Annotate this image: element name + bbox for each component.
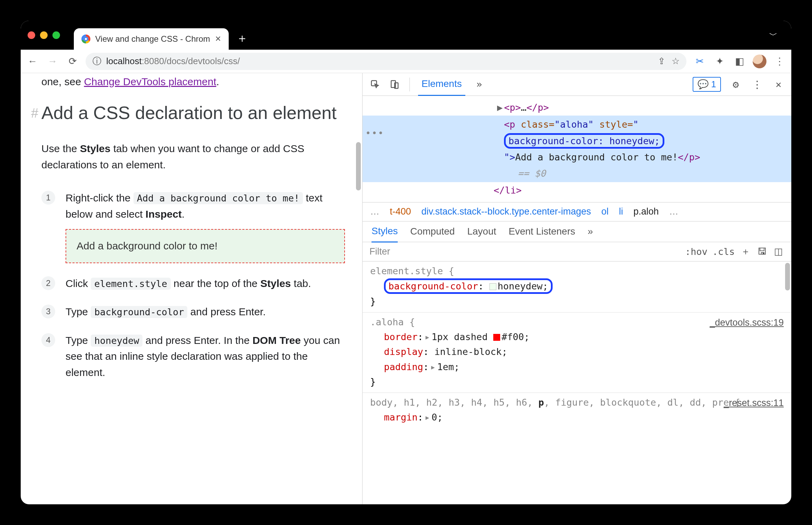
reload-button[interactable]: ⟳: [66, 55, 79, 68]
devtools-toolbar: Elements » 💬1 ⚙ ⋮ ✕: [363, 73, 791, 96]
svg-rect-0: [372, 80, 377, 86]
site-info-icon[interactable]: ⓘ: [92, 55, 101, 67]
browser-toolbar: ← → ⟳ ⓘ localhost:8080/docs/devtools/css…: [21, 50, 791, 73]
step-item: 4 Type honeydew and press Enter. In the …: [41, 333, 345, 381]
devtools-panel: Elements » 💬1 ⚙ ⋮ ✕ ••• ▶<p>…</p> <p cla…: [362, 73, 791, 504]
step-number: 1: [41, 191, 55, 205]
chrome-favicon-icon: [81, 34, 90, 43]
traffic-lights: [28, 31, 60, 39]
expand-triangle-icon[interactable]: ▶: [497, 102, 503, 113]
extensions-icon[interactable]: ✦: [713, 55, 726, 68]
minimize-window-button[interactable]: [40, 31, 48, 39]
inspect-element-icon[interactable]: [369, 78, 382, 91]
source-link[interactable]: _reset.scss:11: [724, 396, 784, 410]
code-inline: element.style: [91, 278, 170, 290]
steps-list: 1 Right-click the Add a background color…: [41, 190, 345, 380]
address-bar[interactable]: ⓘ localhost:8080/docs/devtools/css/ ⇪ ☆: [86, 53, 686, 70]
url-port: :8080: [142, 56, 164, 66]
styles-tab-bar: Styles Computed Layout Event Listeners »: [363, 221, 791, 242]
kebab-menu-icon[interactable]: ⋮: [751, 78, 764, 91]
layout-tab[interactable]: Layout: [467, 226, 496, 237]
rule-reset[interactable]: _reset.scss:11 body, h1, h2, h3, h4, h5,…: [363, 393, 791, 428]
chrome-menu-icon[interactable]: ⋮: [773, 55, 786, 68]
cls-toggle[interactable]: .cls: [712, 246, 735, 257]
rule-element-style[interactable]: element.style { background-color: honeyd…: [363, 261, 791, 313]
more-tabs-icon[interactable]: »: [476, 79, 482, 90]
close-devtools-icon[interactable]: ✕: [772, 78, 785, 91]
hov-toggle[interactable]: :hov: [685, 246, 707, 257]
computed-styles-icon[interactable]: 🖫: [756, 246, 768, 257]
step-item: 3 Type background-color and press Enter.: [41, 304, 345, 320]
dom-ellipsis-icon[interactable]: •••: [365, 125, 384, 141]
css-rules[interactable]: element.style { background-color: honeyd…: [363, 261, 791, 428]
breadcrumb[interactable]: … t-400 div.stack.stack--block.type.cent…: [363, 202, 791, 221]
styles-tab[interactable]: Styles: [372, 221, 398, 242]
sidepanel-icon[interactable]: ◧: [733, 55, 746, 68]
maximize-window-button[interactable]: [52, 31, 60, 39]
forward-button[interactable]: →: [46, 55, 59, 68]
page-snippet: one, see Change DevTools placement.: [41, 76, 345, 88]
back-button[interactable]: ←: [26, 55, 39, 68]
new-tab-button[interactable]: ＋: [236, 30, 248, 46]
step-number: 4: [41, 333, 55, 347]
scissors-icon[interactable]: ✂: [693, 55, 706, 68]
bookmark-icon[interactable]: ☆: [672, 56, 680, 67]
annotation-circle: background-color: honeydew;: [384, 278, 553, 294]
browser-tab[interactable]: View and change CSS - Chrom ✕: [74, 28, 229, 50]
page-content: one, see Change DevTools placement. Add …: [21, 73, 362, 504]
chat-icon: 💬: [697, 79, 709, 90]
computed-tab[interactable]: Computed: [410, 226, 455, 237]
step-number: 2: [41, 276, 55, 290]
selected-dom-node[interactable]: <p class="aloha" style=" background-colo…: [363, 116, 791, 182]
change-placement-link[interactable]: Change DevTools placement: [84, 76, 216, 87]
crumb-item[interactable]: t-400: [390, 206, 411, 217]
toggle-sidebar-icon[interactable]: ◫: [773, 246, 784, 257]
url-path: /docs/devtools/css/: [164, 56, 240, 66]
page-scrollbar[interactable]: [356, 142, 361, 190]
crumb-item-active[interactable]: p.aloh: [633, 206, 659, 217]
close-tab-icon[interactable]: ✕: [215, 34, 221, 43]
settings-gear-icon[interactable]: ⚙: [729, 78, 742, 91]
color-swatch-icon[interactable]: [489, 283, 496, 290]
code-inline: honeydew: [91, 335, 142, 347]
annotation-circle: background-color: honeydew;: [504, 133, 664, 149]
code-inline: background-color: [91, 306, 187, 318]
crumb-item[interactable]: ol: [601, 206, 608, 217]
step-number: 3: [41, 305, 55, 318]
profile-avatar[interactable]: [753, 55, 766, 68]
url-host: localhost: [106, 56, 142, 66]
demo-highlight-box[interactable]: Add a background color to me!: [66, 229, 345, 263]
close-window-button[interactable]: [28, 31, 35, 39]
tabs-menu-icon[interactable]: ﹀: [769, 30, 778, 41]
event-listeners-tab[interactable]: Event Listeners: [509, 226, 575, 237]
source-link[interactable]: _devtools.scss:19: [710, 315, 784, 330]
share-icon[interactable]: ⇪: [658, 56, 665, 67]
styles-filter-row: Filter :hov .cls ＋ 🖫 ◫: [363, 242, 791, 261]
color-swatch-icon[interactable]: [493, 334, 500, 341]
styles-filter-input[interactable]: Filter: [369, 246, 680, 257]
new-rule-icon[interactable]: ＋: [740, 245, 751, 258]
crumb-item[interactable]: li: [619, 206, 623, 217]
page-intro: Use the Styles tab when you want to chan…: [41, 141, 345, 173]
page-heading: Add a CSS declaration to an element: [41, 102, 345, 123]
device-toggle-icon[interactable]: [388, 78, 401, 91]
elements-tab[interactable]: Elements: [418, 73, 465, 96]
rule-aloha[interactable]: _devtools.scss:19 .aloha { border:▸1px d…: [363, 313, 791, 393]
issues-badge[interactable]: 💬1: [693, 77, 721, 92]
crumb-item[interactable]: div.stack.stack--block.type.center-image…: [422, 206, 591, 217]
window-titlebar: View and change CSS - Chrom ✕ ＋ ﹀: [21, 21, 791, 50]
code-inline: Add a background color to me!: [133, 192, 303, 204]
dom-tree[interactable]: ••• ▶<p>…</p> <p class="aloha" style=" b…: [363, 96, 791, 202]
step-item: 1 Right-click the Add a background color…: [41, 190, 345, 263]
tab-title: View and change CSS - Chrom: [95, 34, 210, 44]
step-item: 2 Click element.style near the top of th…: [41, 276, 345, 292]
more-tabs-icon[interactable]: »: [588, 226, 593, 237]
